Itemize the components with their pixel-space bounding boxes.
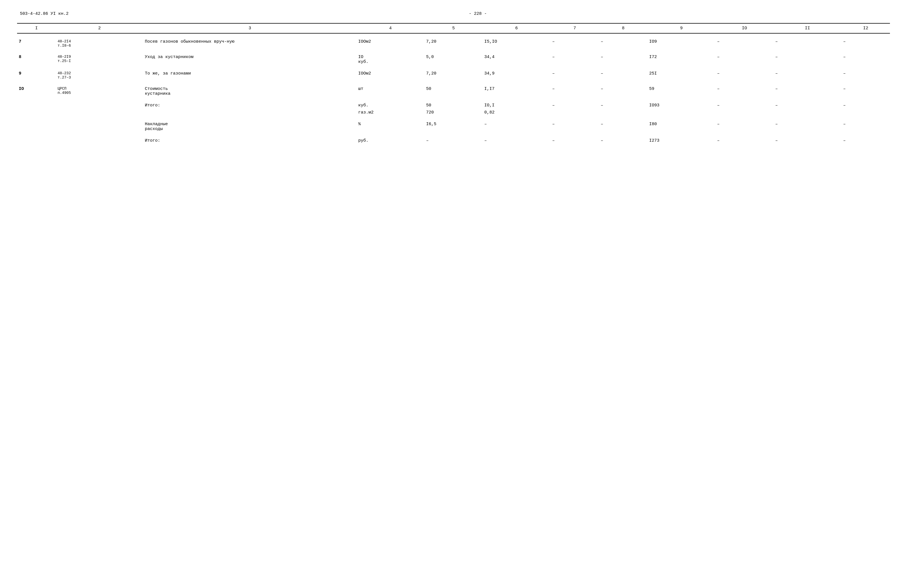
row-10-col8: – bbox=[599, 85, 647, 97]
row-9-col11: – bbox=[774, 70, 841, 81]
nakladnye-col9: I80 bbox=[647, 121, 715, 133]
table-row: 8 48–2I9 т.25–I Уход за кустарником IOку… bbox=[17, 53, 890, 66]
row-10-col3: Стоимостькустарника bbox=[143, 85, 356, 97]
itogo1b-col5: 720 bbox=[425, 109, 482, 116]
row-7-col6: I5,IO bbox=[482, 38, 551, 49]
col-header-3: 3 bbox=[143, 23, 356, 33]
main-table-wrapper: I 2 3 4 5 6 7 8 9 IO II I2 7 48–2I bbox=[17, 23, 890, 167]
column-header-row: I 2 3 4 5 6 7 8 9 IO II I2 bbox=[17, 23, 890, 33]
nakladnye-col11: – bbox=[774, 121, 841, 133]
itogo1-col7: – bbox=[550, 102, 599, 109]
col-header-1: I bbox=[17, 23, 56, 33]
col-header-4: 4 bbox=[356, 23, 425, 33]
itogo2-col9: I273 bbox=[647, 137, 715, 144]
table-row-itogo2: Итого: руб. – – – – I273 – – – bbox=[17, 137, 890, 144]
col-header-10: IO bbox=[715, 23, 774, 33]
spacer bbox=[17, 133, 890, 137]
itogo2-col2 bbox=[56, 137, 143, 144]
row-9-col1: 9 bbox=[17, 70, 56, 81]
itogo2-col8: – bbox=[599, 137, 647, 144]
nakladnye-col7: – bbox=[550, 121, 599, 133]
row-7-col11: – bbox=[774, 38, 841, 49]
itogo2-col6: – bbox=[482, 137, 551, 144]
col-header-11: II bbox=[774, 23, 841, 33]
itogo2-col4: руб. bbox=[356, 137, 425, 144]
row-8-col9: I72 bbox=[647, 53, 715, 66]
row-9-col8: – bbox=[599, 70, 647, 81]
row-8-col7: – bbox=[550, 53, 599, 66]
spacer bbox=[17, 33, 890, 38]
table-row: 7 48–2I4 т.I8–6 Посев газонов обыкновенн… bbox=[17, 38, 890, 49]
itogo1-col2 bbox=[56, 102, 143, 109]
itogo1-col8: – bbox=[599, 102, 647, 109]
col-header-2: 2 bbox=[56, 23, 143, 33]
itogo1b-col1 bbox=[17, 109, 56, 116]
row-8-col4: IOкуб. bbox=[356, 53, 425, 66]
itogo1b-col6: 0,82 bbox=[482, 109, 551, 116]
itogo2-col3: Итого: bbox=[143, 137, 356, 144]
row-8-col6: 34,4 bbox=[482, 53, 551, 66]
row-10-col2: ЦРСП п.4905 bbox=[56, 85, 143, 97]
spacer bbox=[17, 66, 890, 70]
row-8-col2: 48–2I9 т.25–I bbox=[56, 53, 143, 66]
row-7-col12: – bbox=[841, 38, 890, 49]
nakladnye-col2 bbox=[56, 121, 143, 133]
header-center: - 228 - bbox=[469, 11, 487, 16]
itogo2-col7: – bbox=[550, 137, 599, 144]
row-7-col10: – bbox=[715, 38, 774, 49]
nakladnye-col3: Накладныерасходы bbox=[143, 121, 356, 133]
table-row: 9 48–232 т.27–3 То же, за газонами IOOм2… bbox=[17, 70, 890, 81]
row-7-col7: – bbox=[550, 38, 599, 49]
row-7-col4: IOOм2 bbox=[356, 38, 425, 49]
row-10-col12: – bbox=[841, 85, 890, 97]
itogo2-col11: – bbox=[774, 137, 841, 144]
itogo2-col1 bbox=[17, 137, 56, 144]
spacer bbox=[17, 116, 890, 121]
row-8-col11: – bbox=[774, 53, 841, 66]
row-9-col2: 48–232 т.27–3 bbox=[56, 70, 143, 81]
row-10-col4: шт bbox=[356, 85, 425, 97]
col-header-7: 7 bbox=[550, 23, 599, 33]
row-10-col9: 59 bbox=[647, 85, 715, 97]
row-9-col7: – bbox=[550, 70, 599, 81]
spacer bbox=[17, 81, 890, 85]
row-8-col1: 8 bbox=[17, 53, 56, 66]
itogo1b-col2 bbox=[56, 109, 143, 116]
bottom-spacer bbox=[17, 144, 890, 167]
itogo1-col5: 50 bbox=[425, 102, 482, 109]
row-9-col12: – bbox=[841, 70, 890, 81]
itogo1-col12: – bbox=[841, 102, 890, 109]
spacer bbox=[17, 97, 890, 102]
itogo1-col4: куб. bbox=[356, 102, 425, 109]
row-10-col11: – bbox=[774, 85, 841, 97]
col-header-6: 6 bbox=[482, 23, 551, 33]
row-8-col8: – bbox=[599, 53, 647, 66]
row-10-col10: – bbox=[715, 85, 774, 97]
table-row: IO ЦРСП п.4905 Стоимостькустарника шт 50… bbox=[17, 85, 890, 97]
header-left: 503-4-42.86 УI кн.2 bbox=[20, 11, 69, 16]
itogo1-col6: IO,I bbox=[482, 102, 551, 109]
row-7-col1: 7 bbox=[17, 38, 56, 49]
nakladnye-col5: I6,5 bbox=[425, 121, 482, 133]
nakladnye-col6: – bbox=[482, 121, 551, 133]
table-row-nakladnye: Накладныерасходы % I6,5 – – – I80 – – – bbox=[17, 121, 890, 133]
col-header-5: 5 bbox=[425, 23, 482, 33]
itogo2-col10: – bbox=[715, 137, 774, 144]
row-9-col4: IOOм2 bbox=[356, 70, 425, 81]
row-10-col6: I,I7 bbox=[482, 85, 551, 97]
nakladnye-col8: – bbox=[599, 121, 647, 133]
itogo1-col9: IO93 bbox=[647, 102, 715, 109]
row-7-col8: – bbox=[599, 38, 647, 49]
row-8-col12: – bbox=[841, 53, 890, 66]
nakladnye-col4: % bbox=[356, 121, 425, 133]
col-header-12: I2 bbox=[841, 23, 890, 33]
itogo2-col5: – bbox=[425, 137, 482, 144]
itogo2-col12: – bbox=[841, 137, 890, 144]
nakladnye-col10: – bbox=[715, 121, 774, 133]
col-header-8: 8 bbox=[599, 23, 647, 33]
nakladnye-col12: – bbox=[841, 121, 890, 133]
row-7-col9: IO9 bbox=[647, 38, 715, 49]
row-9-col10: – bbox=[715, 70, 774, 81]
row-9-col3: То же, за газонами bbox=[143, 70, 356, 81]
table-row-itogo1b: газ.м2 720 0,82 bbox=[17, 109, 890, 116]
